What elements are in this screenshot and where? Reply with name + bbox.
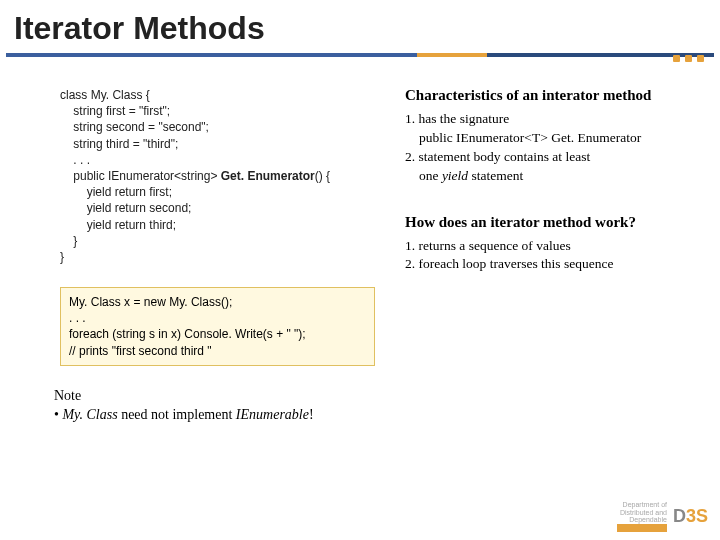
list-item: 2. foreach loop traverses this sequence	[405, 255, 690, 274]
list-item-indent: public IEnumerator<T> Get. Enumerator	[405, 129, 690, 148]
characteristics-list: 1. has the signature public IEnumerator<…	[405, 110, 690, 186]
note-bullet: • My. Class need not implement IEnumerab…	[54, 405, 720, 425]
code-line: }	[60, 234, 77, 248]
code-line: // prints "first second third "	[69, 344, 212, 358]
code-line: . . .	[60, 153, 90, 167]
list-item: 1. returns a sequence of values	[405, 237, 690, 256]
code-line: string first = "first";	[60, 104, 170, 118]
content-area: class My. Class { string first = "first"…	[0, 57, 720, 366]
code-line: }	[60, 250, 64, 264]
how-heading: How does an iterator method work?	[405, 214, 690, 231]
code-line: My. Class x = new My. Class();	[69, 295, 232, 309]
code-line: public IEnumerator<string>	[60, 169, 221, 183]
code-line: yield return second;	[60, 201, 191, 215]
footer-orange-tab	[617, 524, 667, 532]
note-label: Note	[54, 386, 720, 406]
footer-logo: Department of Distributed and Dependable…	[617, 501, 708, 532]
right-column: Characteristics of an interator method 1…	[405, 87, 690, 366]
note-section: Note • My. Class need not implement IEnu…	[54, 386, 720, 425]
code-bold: Get. Enumerator	[221, 169, 315, 183]
d3s-logo-icon: D3S	[673, 506, 708, 527]
code-line: yield return first;	[60, 185, 172, 199]
code-line: string second = "second";	[60, 120, 209, 134]
code-line: () {	[315, 169, 330, 183]
code-line: yield return third;	[60, 218, 176, 232]
code-block-class: class My. Class { string first = "first"…	[60, 87, 375, 265]
footer-dept-text: Department of Distributed and Dependable	[617, 501, 667, 532]
code-line: string third = "third";	[60, 137, 178, 151]
code-line: class My. Class {	[60, 88, 150, 102]
code-line: . . .	[69, 311, 86, 325]
characteristics-heading: Characteristics of an interator method	[405, 87, 690, 104]
left-column: class My. Class { string first = "first"…	[60, 87, 375, 366]
slide-title: Iterator Methods	[0, 0, 720, 53]
list-item-indent: one yield statement	[405, 167, 690, 186]
corner-dots	[673, 55, 704, 62]
list-item: 1. has the signature	[405, 110, 690, 129]
code-block-usage: My. Class x = new My. Class(); . . . for…	[60, 287, 375, 366]
how-list: 1. returns a sequence of values 2. forea…	[405, 237, 690, 275]
code-line: foreach (string s in x) Console. Write(s…	[69, 327, 306, 341]
list-item: 2. statement body contains at least	[405, 148, 690, 167]
